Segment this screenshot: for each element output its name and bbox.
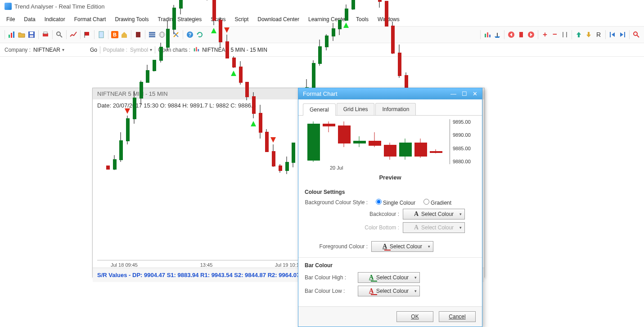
color-bottom-label: Color Bottom : xyxy=(305,224,399,231)
svg-rect-2 xyxy=(13,31,14,38)
preview-label: Preview xyxy=(298,166,482,184)
refresh-icon[interactable] xyxy=(196,31,204,39)
bar-colour-header: Bar Colour xyxy=(305,262,476,269)
backcolour-select[interactable]: ASelect Colour xyxy=(403,209,465,219)
app-window: Trend Analyser - Real Time Edition File … xyxy=(0,0,644,327)
tab-grid-lines[interactable]: Grid Lines xyxy=(337,103,375,115)
svg-line-9 xyxy=(60,35,62,37)
svg-rect-1 xyxy=(11,33,12,38)
format-chart-dialog: Format Chart — ☐ ✕ General Grid Lines In… xyxy=(298,88,482,327)
menu-script[interactable]: Script xyxy=(230,13,253,25)
doc-icon[interactable] xyxy=(97,31,105,39)
bar-low-label: Bar Colour Low : xyxy=(305,288,354,294)
globe-icon[interactable] xyxy=(158,31,166,39)
chart-mini-icon xyxy=(193,46,199,54)
foreground-select[interactable]: ASelect Colour xyxy=(371,241,433,252)
menu-scans[interactable]: Scans xyxy=(206,13,230,25)
book-icon[interactable] xyxy=(134,31,142,39)
menu-drawing-tools[interactable]: Drawing Tools xyxy=(110,13,153,25)
preview-x-tick: 20 Jul xyxy=(330,165,343,170)
radio-gradient[interactable]: Gradient xyxy=(419,199,451,206)
minus-icon[interactable]: − xyxy=(551,31,559,39)
colour-settings-section: Colour Settings Background Colour Style … xyxy=(298,184,482,257)
menu-indicator[interactable]: Indicator xyxy=(40,13,70,25)
dialog-title-bar[interactable]: Format Chart — ☐ ✕ xyxy=(298,88,482,99)
minimize-icon[interactable]: — xyxy=(450,90,456,97)
up-arrow-icon[interactable] xyxy=(575,31,583,39)
ship-icon[interactable] xyxy=(493,31,501,39)
goto-start-icon[interactable] xyxy=(608,31,617,39)
svg-rect-13 xyxy=(136,32,140,37)
trend-icon[interactable] xyxy=(69,31,77,39)
down-arrow-icon[interactable] xyxy=(585,31,593,39)
menu-windows[interactable]: Windows xyxy=(373,13,404,25)
menu-tools[interactable]: Tools xyxy=(351,13,373,25)
menu-data[interactable]: Data xyxy=(19,13,40,25)
y-tick: 9890.00 xyxy=(453,132,477,138)
bar-high-select[interactable]: ASelect Colour xyxy=(358,272,420,283)
svg-rect-39 xyxy=(196,47,197,52)
plus-icon[interactable]: + xyxy=(541,31,549,39)
tools-icon[interactable] xyxy=(172,31,180,39)
open-charts-label: Open charts : xyxy=(158,47,190,53)
menu-format-chart[interactable]: Format Chart xyxy=(70,13,111,25)
flag-red-icon[interactable] xyxy=(83,31,91,39)
list-icon[interactable] xyxy=(148,31,156,39)
menu-bar: File Data Indicator Format Chart Drawing… xyxy=(0,13,644,26)
toolbar: B ? + − R xyxy=(0,26,644,43)
svg-rect-26 xyxy=(497,33,498,36)
bg-style-label: Background Colour Style : xyxy=(305,199,368,206)
open-chart-name[interactable]: NIFTNEAR 5 MIN - 15 MIN xyxy=(202,47,267,53)
save-icon[interactable] xyxy=(27,31,36,39)
svg-rect-0 xyxy=(9,35,10,38)
svg-point-18 xyxy=(161,32,163,37)
title-bar: Trend Analyser - Real Time Edition xyxy=(0,0,644,13)
ok-button[interactable]: OK xyxy=(396,311,433,322)
zoom2-icon[interactable] xyxy=(632,31,640,39)
y-tick: 9895.00 xyxy=(453,119,477,125)
color-bottom-select: ASelect Colour xyxy=(403,222,465,233)
home-icon[interactable] xyxy=(120,31,128,39)
tab-information[interactable]: Information xyxy=(375,103,416,115)
forward-icon[interactable] xyxy=(527,31,535,39)
dialog-title: Format Chart xyxy=(303,90,338,97)
svg-rect-7 xyxy=(44,32,47,34)
symbol-dropdown[interactable]: Symbol xyxy=(130,47,152,53)
zoom-icon[interactable] xyxy=(55,31,63,39)
bar-high-label: Bar Colour High : xyxy=(305,274,354,281)
company-label: Company : xyxy=(5,47,31,53)
back-icon[interactable] xyxy=(507,31,515,39)
r-label[interactable]: R xyxy=(594,31,603,39)
blog-icon[interactable]: B xyxy=(111,31,118,38)
chart-icon[interactable] xyxy=(8,31,16,39)
radio-single-colour[interactable]: Single Colour xyxy=(371,199,415,206)
menu-trading-strategies[interactable]: Trading Strategies xyxy=(153,13,207,25)
x-tick: Jul 18 09:45 xyxy=(111,262,138,268)
bar-low-select[interactable]: ASelect Colour xyxy=(358,286,420,296)
svg-point-36 xyxy=(634,32,637,36)
svg-point-17 xyxy=(159,32,165,37)
open-icon[interactable] xyxy=(18,31,26,39)
help-icon[interactable]: ? xyxy=(186,31,194,39)
marker-icon[interactable] xyxy=(517,31,525,39)
maximize-icon[interactable]: ☐ xyxy=(462,90,467,97)
svg-line-37 xyxy=(637,35,639,37)
populate-label: Populate : xyxy=(103,47,127,53)
menu-download-center[interactable]: Download Center xyxy=(253,13,304,25)
goto-end-icon[interactable] xyxy=(618,31,626,39)
company-dropdown[interactable]: NIFTNEAR xyxy=(33,47,87,53)
svg-rect-23 xyxy=(485,34,486,37)
svg-rect-33 xyxy=(588,32,590,35)
svg-rect-5 xyxy=(30,35,33,37)
svg-rect-4 xyxy=(30,32,33,34)
close-icon[interactable]: ✕ xyxy=(473,90,477,97)
tab-general[interactable]: General xyxy=(303,103,336,116)
go-button[interactable]: Go xyxy=(90,47,97,53)
menu-file[interactable]: File xyxy=(2,13,19,25)
dialog-preview: 9895.00 9890.00 9885.00 9880.00 20 Jul xyxy=(303,119,477,164)
y-tick: 9880.00 xyxy=(453,159,477,164)
vline-icon[interactable] xyxy=(561,31,569,39)
bars-icon[interactable] xyxy=(483,31,491,39)
cancel-button[interactable]: Cancel xyxy=(439,311,476,322)
print-icon[interactable] xyxy=(41,31,50,39)
